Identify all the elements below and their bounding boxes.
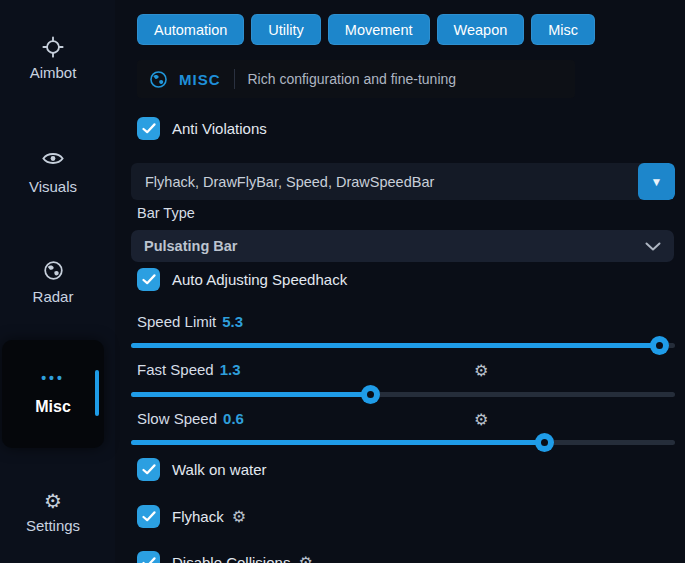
slider-value: 0.6 <box>223 410 244 427</box>
checkbox-checked-icon[interactable] <box>137 268 160 291</box>
thumb-dot <box>541 439 548 446</box>
flyhack-toggle[interactable]: Flyhack ⚙ <box>137 505 246 528</box>
sidebar-item-misc[interactable]: ••• Misc <box>2 340 104 448</box>
slider-label-text: Speed Limit <box>137 313 216 330</box>
sidebar-item-settings[interactable]: ⚙ Settings <box>0 489 106 534</box>
ellipsis-icon: ••• <box>2 370 104 386</box>
slider-label-text: Slow Speed <box>137 410 217 427</box>
gear-icon[interactable]: ⚙ <box>298 553 312 563</box>
dropdown-arrow-icon: ▼ <box>651 175 663 189</box>
eye-icon <box>0 150 106 174</box>
sidebar-item-label: Visuals <box>0 178 106 195</box>
tab-weapon[interactable]: Weapon <box>437 14 525 45</box>
gear-icon[interactable]: ⚙ <box>232 507 246 526</box>
globe-icon <box>149 70 168 89</box>
checkbox-checked-icon[interactable] <box>137 117 160 140</box>
sidebar: Aimbot Visuals Radar ••• Misc ⚙ Settings <box>0 0 115 563</box>
toggle-label: Walk on water <box>172 461 266 478</box>
section-description: Rich configuration and fine-tuning <box>248 71 457 87</box>
sidebar-item-visuals[interactable]: Visuals <box>0 150 106 195</box>
toggle-label: Flyhack <box>172 508 224 525</box>
select-value: Pulsating Bar <box>144 238 237 254</box>
dropdown-button[interactable]: ▼ <box>638 163 675 200</box>
gear-icon: ⚙ <box>0 489 106 513</box>
section-title: MISC <box>179 71 221 88</box>
speed-limit-slider[interactable] <box>131 343 675 348</box>
chevron-down-icon <box>645 242 661 251</box>
slider-fill <box>131 343 659 348</box>
mod-menu-window: { "colors":{"accent":"#1d86cb","checkbox… <box>0 0 685 563</box>
checkbox-checked-icon[interactable] <box>137 505 160 528</box>
gear-icon[interactable]: ⚙ <box>474 361 488 380</box>
tab-utility[interactable]: Utility <box>251 14 320 45</box>
fast-speed-slider[interactable] <box>131 392 675 397</box>
sidebar-item-radar[interactable]: Radar <box>0 260 106 305</box>
slider-thumb[interactable] <box>361 385 380 404</box>
active-indicator <box>95 370 99 416</box>
sidebar-item-label: Radar <box>0 288 106 305</box>
bar-type-select[interactable]: Pulsating Bar <box>131 230 674 262</box>
sidebar-item-label: Settings <box>0 517 106 534</box>
slow-speed-slider[interactable] <box>131 440 675 445</box>
slider-label-text: Fast Speed <box>137 361 214 378</box>
slider-thumb[interactable] <box>650 336 669 355</box>
content-panel: Automation Utility Movement Weapon Misc … <box>131 0 675 563</box>
anti-violations-toggle[interactable]: Anti Violations <box>137 117 267 140</box>
tab-misc[interactable]: Misc <box>531 14 595 45</box>
slow-speed-label: Slow Speed0.6 <box>137 410 244 427</box>
sidebar-item-label: Misc <box>2 398 104 416</box>
toggle-label: Anti Violations <box>172 120 267 137</box>
thumb-dot <box>656 342 663 349</box>
multiselect-value: Flyhack, DrawFlyBar, Speed, DrawSpeedBar <box>131 174 638 190</box>
fast-speed-label: Fast Speed1.3 <box>137 361 241 378</box>
speed-limit-label: Speed Limit5.3 <box>137 313 243 330</box>
slider-value: 1.3 <box>220 361 241 378</box>
sidebar-item-label: Aimbot <box>0 64 106 81</box>
toggle-label: Auto Adjusting Speedhack <box>172 271 347 288</box>
checkbox-checked-icon[interactable] <box>137 551 160 563</box>
tab-movement[interactable]: Movement <box>328 14 430 45</box>
section-header: MISC Rich configuration and fine-tuning <box>137 60 575 98</box>
slider-thumb[interactable] <box>535 433 554 452</box>
globe-icon <box>0 260 106 284</box>
divider <box>234 69 235 89</box>
walk-on-water-toggle[interactable]: Walk on water <box>137 458 266 481</box>
gear-icon[interactable]: ⚙ <box>474 410 488 429</box>
disable-collisions-toggle[interactable]: Disable Collisions ⚙ <box>137 551 313 563</box>
checkbox-checked-icon[interactable] <box>137 458 160 481</box>
auto-adjusting-speedhack-toggle[interactable]: Auto Adjusting Speedhack <box>137 268 347 291</box>
slider-value: 5.3 <box>222 313 243 330</box>
crosshair-icon <box>0 36 106 60</box>
tab-automation[interactable]: Automation <box>137 14 244 45</box>
tab-bar: Automation Utility Movement Weapon Misc <box>137 14 595 45</box>
toggle-label: Disable Collisions <box>172 554 290 563</box>
sidebar-item-aimbot[interactable]: Aimbot <box>0 36 106 81</box>
slider-fill <box>131 392 370 397</box>
slider-fill <box>131 440 544 445</box>
violations-multiselect[interactable]: Flyhack, DrawFlyBar, Speed, DrawSpeedBar… <box>131 163 675 200</box>
bar-type-label: Bar Type <box>137 205 195 221</box>
thumb-dot <box>367 391 374 398</box>
